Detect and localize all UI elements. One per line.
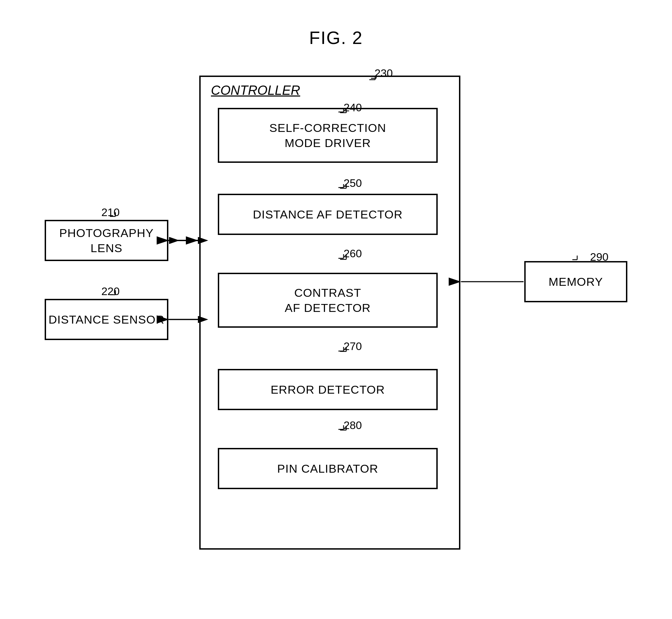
controller-label: CONTROLLER xyxy=(211,83,300,98)
ref-260: 260 xyxy=(344,247,362,260)
memory-box: MEMORY xyxy=(524,261,627,302)
pin-calibrator-box: PIN CALIBRATOR xyxy=(218,448,438,489)
self-correction-label: SELF-CORRECTIONMODE DRIVER xyxy=(269,120,386,150)
controller-outer-box: CONTROLLER SELF-CORRECTIONMODE DRIVER DI… xyxy=(199,76,460,550)
error-detector-box: ERROR DETECTOR xyxy=(218,369,438,410)
ref-280: 280 xyxy=(344,419,362,432)
ref-250: 250 xyxy=(344,177,362,190)
memory-label: MEMORY xyxy=(549,274,603,289)
ref-290: 290 xyxy=(590,251,608,263)
ref-270: 270 xyxy=(344,340,362,353)
photography-lens-label: PHOTOGRAPHY LENS xyxy=(46,225,167,256)
contrast-af-box: CONTRASTAF DETECTOR xyxy=(218,273,438,328)
self-correction-box: SELF-CORRECTIONMODE DRIVER xyxy=(218,108,438,163)
distance-sensor-label: DISTANCE SENSOR xyxy=(48,312,164,327)
contrast-af-label: CONTRASTAF DETECTOR xyxy=(285,285,371,315)
error-detector-label: ERROR DETECTOR xyxy=(271,382,385,397)
distance-af-label: DISTANCE AF DETECTOR xyxy=(253,207,403,222)
distance-af-box: DISTANCE AF DETECTOR xyxy=(218,194,438,235)
figure-title: FIG. 2 xyxy=(309,27,363,48)
ref-230: 230 xyxy=(374,67,393,80)
ref-220: 220 xyxy=(101,285,120,298)
controller-label-area: CONTROLLER xyxy=(211,83,300,98)
pin-calibrator-label: PIN CALIBRATOR xyxy=(277,461,378,476)
ref-240: 240 xyxy=(344,101,362,114)
diagram-container: FIG. 2 CONTROLLER SELF-CORRECTIONMODE DR… xyxy=(0,0,672,619)
distance-sensor-box: DISTANCE SENSOR xyxy=(45,299,168,340)
ref-210: 210 xyxy=(101,206,120,219)
photography-lens-box: PHOTOGRAPHY LENS xyxy=(45,220,168,261)
